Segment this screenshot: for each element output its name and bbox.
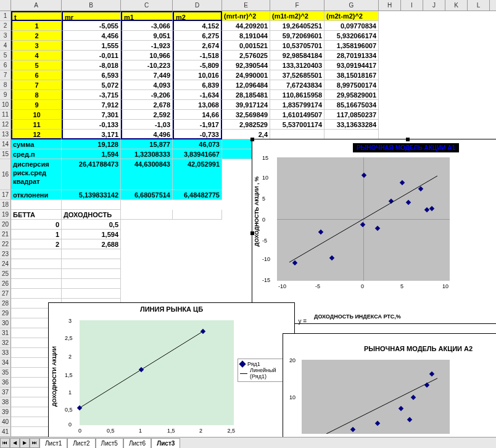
cell[interactable]: 85,16675034 bbox=[324, 100, 379, 110]
row-header[interactable]: 16 bbox=[0, 159, 11, 190]
cell[interactable]: -1,03 bbox=[121, 120, 173, 130]
row-header[interactable]: 9 bbox=[0, 90, 11, 100]
col-header-I[interactable]: I bbox=[401, 0, 423, 10]
cell[interactable]: сумма bbox=[11, 139, 62, 149]
cell[interactable]: 117,0850237 bbox=[324, 110, 379, 120]
cell[interactable]: 1,358196007 bbox=[324, 41, 379, 51]
cell[interactable]: 10,966 bbox=[121, 51, 173, 60]
cell[interactable]: 2,674 bbox=[173, 41, 222, 51]
cell[interactable] bbox=[11, 249, 62, 259]
row-header[interactable]: 39 bbox=[0, 407, 11, 417]
row-header[interactable]: 23 bbox=[0, 249, 11, 259]
cell[interactable]: 6,48482775 bbox=[173, 190, 222, 200]
cell[interactable]: 6 bbox=[11, 70, 62, 80]
cell[interactable]: 2,4 bbox=[222, 130, 270, 139]
cell[interactable]: 8 bbox=[11, 90, 62, 100]
cell[interactable] bbox=[62, 259, 121, 269]
cell[interactable]: -0,133 bbox=[62, 120, 121, 130]
row-header[interactable]: 12 bbox=[0, 120, 11, 130]
cell[interactable]: 4,152 bbox=[173, 21, 222, 31]
cell[interactable]: 92,98584184 bbox=[270, 51, 324, 60]
col-header-B[interactable]: B bbox=[62, 0, 121, 10]
row-header[interactable]: 14 bbox=[0, 139, 11, 149]
row-header[interactable]: 29 bbox=[0, 309, 11, 318]
cell[interactable]: 3,171 bbox=[62, 130, 121, 139]
row-header[interactable]: 37 bbox=[0, 388, 11, 397]
cell[interactable]: 0,001521 bbox=[222, 41, 270, 51]
cell[interactable]: 4,456 bbox=[62, 31, 121, 41]
cell[interactable]: 7,449 bbox=[121, 70, 173, 80]
cell[interactable]: mr bbox=[62, 11, 121, 21]
row-header[interactable]: 31 bbox=[0, 328, 11, 338]
cell[interactable]: 93,09194417 bbox=[324, 60, 379, 70]
cell[interactable]: 1,555 bbox=[62, 41, 121, 51]
cell[interactable]: отклонени bbox=[11, 190, 62, 200]
cell[interactable]: 28,70191334 bbox=[324, 51, 379, 60]
chart-a2[interactable]: РЫНОЧНАЯ МОДЕЛЬ АКЦИИ А2 y = 1,0304x + 2… bbox=[283, 333, 496, 448]
cell[interactable]: 33,13633284 bbox=[324, 120, 379, 130]
cell[interactable]: 4,093 bbox=[121, 80, 173, 90]
cell[interactable]: 4 bbox=[11, 51, 62, 60]
row-header[interactable]: 4 bbox=[0, 41, 11, 51]
cell[interactable]: 6,839 bbox=[173, 80, 222, 90]
cell[interactable]: 0,5 bbox=[62, 220, 121, 230]
sheet-tab[interactable]: Лист3 bbox=[151, 438, 180, 448]
col-header-C[interactable]: C bbox=[121, 0, 173, 10]
cell[interactable]: 10,53705701 bbox=[270, 41, 324, 51]
cell[interactable]: 7,912 bbox=[62, 100, 121, 110]
cell[interactable]: 2 bbox=[11, 31, 62, 41]
col-header-K[interactable]: K bbox=[445, 0, 468, 10]
cell[interactable]: -1,634 bbox=[173, 90, 222, 100]
cell[interactable]: ДОХОДНОСТЬ bbox=[62, 210, 121, 220]
row-header[interactable]: 15 bbox=[0, 149, 11, 159]
row-header[interactable]: 27 bbox=[0, 289, 11, 299]
row-header[interactable]: 19 bbox=[0, 210, 11, 220]
cell[interactable] bbox=[62, 279, 121, 289]
cell[interactable]: 1 bbox=[11, 230, 62, 239]
cell[interactable]: 2,576025 bbox=[222, 51, 270, 60]
cell[interactable]: 2 bbox=[11, 239, 62, 249]
cell[interactable]: дисперсияриск.средквадрат bbox=[11, 159, 62, 190]
row-header[interactable]: 21 bbox=[0, 230, 11, 239]
tab-first-icon[interactable]: ⏮ bbox=[0, 438, 10, 448]
cell[interactable]: 3 bbox=[11, 41, 62, 51]
cell[interactable]: -5,055 bbox=[62, 21, 121, 31]
col-header-F[interactable]: F bbox=[270, 0, 324, 10]
cell[interactable]: -3,715 bbox=[62, 90, 121, 100]
row-header[interactable]: 35 bbox=[0, 368, 11, 378]
cell[interactable]: -8,018 bbox=[62, 60, 121, 70]
cell[interactable]: -10,223 bbox=[121, 60, 173, 70]
cell[interactable] bbox=[11, 289, 62, 299]
cell[interactable]: 10,016 bbox=[173, 70, 222, 80]
cell[interactable]: -1,518 bbox=[173, 51, 222, 60]
cell[interactable]: 10 bbox=[11, 110, 62, 120]
cell[interactable]: -0,011 bbox=[62, 51, 121, 60]
cell[interactable]: 39,917124 bbox=[222, 100, 270, 110]
row-header[interactable]: 25 bbox=[0, 269, 11, 279]
cell[interactable]: 1,835799174 bbox=[270, 100, 324, 110]
sheet-tab[interactable]: Лист6 bbox=[123, 438, 151, 448]
cell[interactable]: 9,051 bbox=[121, 31, 173, 41]
col-header-L[interactable]: L bbox=[468, 0, 490, 10]
cell[interactable]: -5,809 bbox=[173, 60, 222, 70]
cell[interactable]: 28,185481 bbox=[222, 90, 270, 100]
cell[interactable]: 7,301 bbox=[62, 110, 121, 120]
row-header[interactable]: 34 bbox=[0, 358, 11, 368]
cell[interactable]: 8,997500174 bbox=[324, 80, 379, 90]
cell[interactable]: 1 bbox=[11, 21, 62, 31]
row-header[interactable]: 18 bbox=[0, 200, 11, 210]
row-header[interactable]: 10 bbox=[0, 100, 11, 110]
col-header-H[interactable]: H bbox=[379, 0, 401, 10]
cell[interactable]: 19,128 bbox=[62, 139, 121, 149]
cell[interactable]: 46,073 bbox=[173, 139, 222, 149]
cell[interactable]: 6,68057514 bbox=[121, 190, 173, 200]
row-header[interactable]: 41 bbox=[0, 427, 11, 437]
row-header[interactable]: 13 bbox=[0, 130, 11, 139]
row-header[interactable]: 8 bbox=[0, 80, 11, 90]
row-header[interactable]: 32 bbox=[0, 338, 11, 348]
cell[interactable]: 11 bbox=[11, 120, 62, 130]
cell[interactable]: 12,096484 bbox=[222, 80, 270, 90]
cell[interactable]: (m1t-m2)^2 bbox=[270, 11, 324, 21]
row-header[interactable]: 38 bbox=[0, 397, 11, 407]
cell[interactable] bbox=[11, 259, 62, 269]
